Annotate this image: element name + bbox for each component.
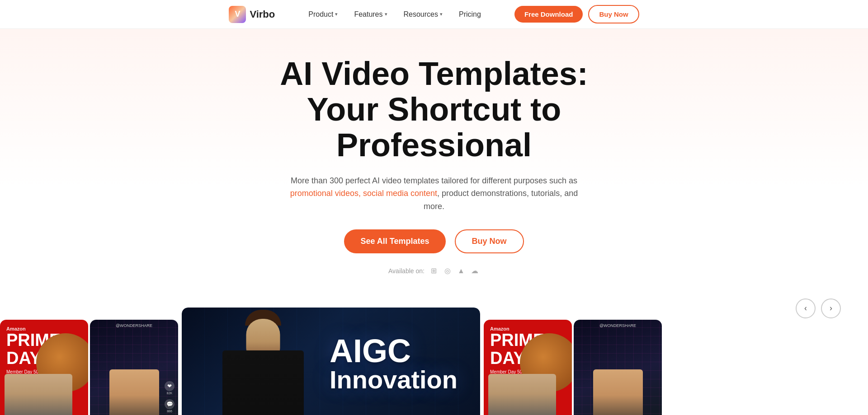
carousel-prev-button[interactable]: ‹ — [796, 298, 816, 318]
card-tiktok-1[interactable]: @WONDERSHARE 🌿 ❤ 82K 💬 886 ↗ Share — [90, 320, 178, 415]
aigc-subtitle: Innovation — [330, 367, 458, 392]
hero-description: More than 300 perfect AI video templates… — [289, 174, 579, 213]
logo[interactable]: V Virbo — [229, 6, 275, 23]
navigation: V Virbo Product ▾ Features ▾ Resources ▾… — [0, 0, 868, 29]
windows-icon: ⊞ — [429, 266, 439, 276]
android-icon: ▲ — [456, 266, 466, 276]
carousel-section: ‹ › Amazon PRIMEDAY Member Day 50% off d… — [0, 294, 868, 415]
chevron-down-icon: ▾ — [385, 11, 387, 17]
hero-title: AI Video Templates: Your Shortcut to Pro… — [231, 56, 637, 163]
free-download-button[interactable]: Free Download — [514, 6, 583, 23]
nav-item-features[interactable]: Features ▾ — [348, 7, 393, 22]
see-all-templates-button[interactable]: See All Templates — [344, 229, 445, 253]
cloud-icon: ☁ — [470, 266, 480, 276]
card-tiktok-2[interactable]: @WONDERSHARE 🌿 content coming upyou'll s… — [574, 320, 662, 415]
tiktok-action-buttons: ❤ 82K 💬 886 ↗ Share — [165, 381, 175, 415]
aigc-title: AIGCInnovation — [330, 335, 458, 392]
carousel-controls: ‹ › — [796, 298, 841, 318]
card-amazon-1[interactable]: Amazon PRIMEDAY Member Day 50% off devic… — [0, 320, 88, 415]
tiktok-like: ❤ 82K — [165, 381, 175, 395]
buy-now-nav-button[interactable]: Buy Now — [588, 5, 639, 23]
platform-icons: ⊞ ◎ ▲ ☁ — [429, 266, 480, 276]
card-aigc-center[interactable]: AIGCInnovation REGISTER NOW Be part of t… — [182, 308, 480, 415]
chevron-down-icon: ▾ — [335, 11, 338, 17]
nav-item-resources[interactable]: Resources ▾ — [397, 7, 449, 22]
hero-section: AI Video Templates: Your Shortcut to Pro… — [0, 29, 868, 294]
available-on: Available on: ⊞ ◎ ▲ ☁ — [9, 266, 859, 276]
nav-item-pricing[interactable]: Pricing — [453, 7, 487, 22]
logo-icon: V — [229, 6, 246, 23]
chevron-left-icon: ‹ — [804, 303, 807, 313]
nav-menu: Product ▾ Features ▾ Resources ▾ Pricing — [302, 7, 487, 22]
logo-text: Virbo — [250, 9, 275, 20]
chevron-down-icon: ▾ — [440, 11, 443, 17]
nav-buttons: Free Download Buy Now — [514, 5, 639, 23]
tiktok-person — [109, 369, 159, 415]
carousel-cards: Amazon PRIMEDAY Member Day 50% off devic… — [0, 308, 868, 415]
hero-buttons: See All Templates Buy Now — [9, 229, 859, 253]
available-label: Available on: — [388, 267, 425, 275]
carousel-next-button[interactable]: › — [821, 298, 841, 318]
presenter-body — [222, 350, 304, 415]
promo-link[interactable]: promotional videos, social media content — [290, 189, 437, 198]
tiktok-comment: 💬 886 — [165, 399, 175, 413]
center-presenter — [200, 310, 326, 415]
amazon-person-image — [5, 374, 72, 415]
amazon-person-2 — [488, 374, 556, 415]
amazon-brand: Amazon — [6, 326, 82, 331]
amazon-brand-2: Amazon — [490, 326, 566, 331]
tiktok-person-2 — [593, 369, 643, 415]
chrome-icon: ◎ — [443, 266, 453, 276]
nav-item-product[interactable]: Product ▾ — [302, 7, 344, 22]
heart-icon: ❤ — [165, 381, 175, 391]
card-amazon-2[interactable]: Amazon PRIMEDAY Member Day 50% off table… — [484, 320, 572, 415]
comment-icon: 💬 — [165, 399, 175, 409]
chevron-right-icon: › — [830, 303, 832, 313]
buy-now-hero-button[interactable]: Buy Now — [455, 229, 524, 253]
